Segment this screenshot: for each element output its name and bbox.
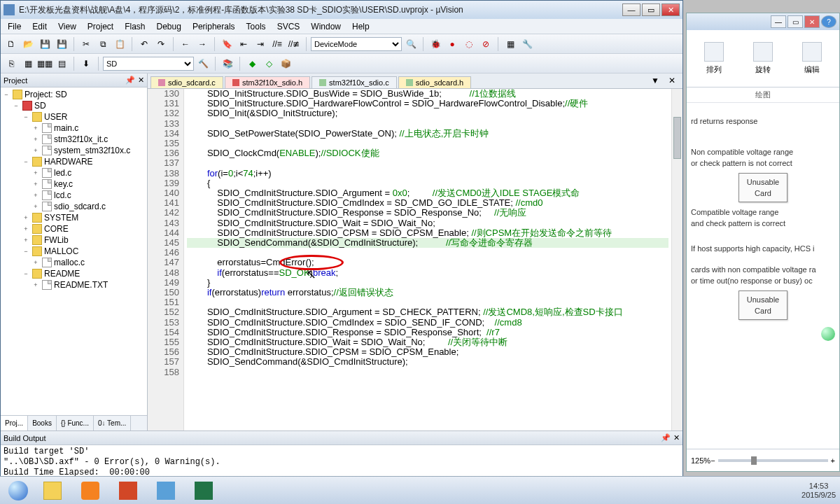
project-tree[interactable]: − Project: SD − SD −USER+main.c+stm32f10… (1, 88, 147, 415)
file-sdio_sdcard-c[interactable]: +sdio_sdcard.c (2, 201, 146, 212)
menu-help[interactable]: Help (346, 20, 375, 33)
menu-edit[interactable]: Edit (27, 20, 52, 33)
menu-window[interactable]: Window (305, 20, 346, 33)
panel-close-icon[interactable]: ✕ (673, 433, 680, 442)
comment-button[interactable]: //≡ (270, 36, 285, 52)
file-lcd-c[interactable]: +lcd.c (2, 190, 146, 201)
zoom-out-icon[interactable]: − (710, 456, 715, 465)
start-button[interactable] (4, 479, 32, 502)
flow-box-unusable-2[interactable]: Unusable Card (738, 290, 788, 320)
code-view[interactable]: 130 131 132 133 134 135 136 137 138 139 … (148, 89, 682, 430)
insert-file-button[interactable]: ◆ (244, 56, 260, 71)
batch-build-button[interactable]: ▤ (54, 56, 69, 71)
uncomment-button[interactable]: //≢ (286, 36, 302, 52)
help-icon[interactable]: ? (821, 15, 836, 28)
tab-sdio-sdcard-c[interactable]: sdio_sdcard.c (150, 76, 223, 88)
group-malloc[interactable]: −MALLOC (2, 246, 146, 257)
breakpoint-button[interactable]: ● (444, 36, 460, 52)
tool-rotate[interactable]: 旋转 (753, 42, 773, 75)
zoom-in-icon[interactable]: + (831, 456, 835, 465)
tab-functions[interactable]: {} Func... (57, 416, 94, 430)
close-button[interactable]: ✕ (662, 4, 680, 16)
pack-button[interactable]: 📦 (278, 56, 293, 71)
translate-button[interactable]: ⎘ (4, 56, 19, 71)
side-close-button[interactable]: ✕ (804, 15, 820, 28)
debug-button[interactable]: 🐞 (428, 36, 443, 52)
kill-bp-button[interactable]: ⊘ (478, 36, 493, 52)
task-app1[interactable] (73, 479, 108, 502)
group-fwlib[interactable]: +FWLib (2, 234, 146, 246)
group-core[interactable]: +CORE (2, 223, 146, 234)
file-led-c[interactable]: +led.c (2, 167, 146, 178)
tool-edit[interactable]: 编辑 (802, 42, 822, 75)
tool-arrange[interactable]: 排列 (704, 42, 724, 75)
manage-button[interactable]: 📚 (220, 56, 235, 71)
menu-project[interactable]: Project (82, 20, 119, 33)
tab-sdio-sdcard-h[interactable]: sdio_sdcard.h (398, 76, 472, 88)
build-button[interactable]: ▦ (20, 56, 36, 71)
file-key-c[interactable]: +key.c (2, 178, 146, 190)
menu-tools[interactable]: Tools (241, 20, 272, 33)
tab-books[interactable]: Books (28, 416, 57, 430)
project-root[interactable]: − Project: SD (2, 89, 146, 100)
menu-flash[interactable]: Flash (119, 20, 150, 33)
file-README-TXT[interactable]: +README.TXT (2, 279, 146, 290)
file-malloc-c[interactable]: +malloc.c (2, 257, 146, 268)
pin-icon[interactable]: 📌 (125, 76, 135, 85)
menu-file[interactable]: File (2, 20, 27, 33)
system-tray[interactable]: 14:53 2015/9/25 (802, 482, 836, 500)
side-maximize-button[interactable]: ▭ (788, 15, 803, 28)
tab-dropdown-button[interactable]: ▼ (648, 73, 663, 88)
save-button[interactable]: 💾 (37, 36, 52, 52)
copy-button[interactable]: ⧉ (95, 36, 111, 52)
saveall-button[interactable]: 💾 (54, 36, 69, 52)
tab-stm32f10x-sdio-h[interactable]: stm32f10x_sdio.h (225, 76, 310, 88)
code-body[interactable]: SDIO_InitStructure.SDIO_BusWide = SDIO_B… (184, 89, 671, 430)
file-main-c[interactable]: +main.c (2, 122, 146, 134)
panel-close-icon[interactable]: ✕ (138, 76, 144, 85)
clock[interactable]: 14:53 2015/9/25 (802, 482, 836, 500)
menu-peripherals[interactable]: Peripherals (187, 20, 241, 33)
paste-button[interactable]: 📋 (112, 36, 127, 52)
group-user[interactable]: −USER (2, 111, 146, 122)
target-combo[interactable]: SD (103, 57, 194, 71)
group-hardware[interactable]: −HARDWARE (2, 156, 146, 167)
assistant-orb-icon[interactable] (821, 327, 835, 341)
document-canvas[interactable]: rd returns response Non compatible volta… (687, 103, 839, 411)
minimize-button[interactable]: — (622, 4, 640, 16)
maximize-button[interactable]: ▭ (642, 4, 660, 16)
find-button[interactable]: 🔍 (403, 36, 419, 52)
zoom-slider[interactable]: − + (710, 456, 835, 465)
window-layout-button[interactable]: ▦ (503, 36, 518, 52)
disable-bp-button[interactable]: ◌ (461, 36, 477, 52)
download-button[interactable]: ⬇ (78, 56, 94, 71)
menu-view[interactable]: View (52, 20, 82, 33)
task-app2[interactable] (148, 479, 183, 502)
task-powerpoint[interactable] (111, 479, 146, 502)
undo-button[interactable]: ↶ (136, 36, 152, 52)
task-explorer[interactable] (35, 479, 70, 502)
device-mode-combo[interactable]: DeviceMode (311, 37, 402, 51)
redo-button[interactable]: ↷ (153, 36, 169, 52)
indent-left-button[interactable]: ⇤ (236, 36, 251, 52)
file-system_stm32f10x-c[interactable]: +system_stm32f10x.c (2, 145, 146, 156)
editor-scrollbar[interactable] (671, 89, 682, 430)
tab-project[interactable]: Proj... (1, 416, 28, 430)
group-readme[interactable]: −README (2, 268, 146, 279)
menu-debug[interactable]: Debug (151, 20, 187, 33)
menu-svcs[interactable]: SVCS (272, 20, 306, 33)
new-button[interactable]: 🗋 (4, 36, 19, 52)
target-node[interactable]: − SD (2, 100, 146, 111)
file-stm32f10x_it-c[interactable]: +stm32f10x_it.c (2, 134, 146, 145)
indent-right-button[interactable]: ⇥ (253, 36, 268, 52)
cut-button[interactable]: ✂ (78, 36, 94, 52)
tab-close-button[interactable]: ✕ (664, 73, 680, 88)
remove-file-button[interactable]: ◇ (261, 56, 276, 71)
bookmark-button[interactable]: 🔖 (219, 36, 234, 52)
flow-box-unusable[interactable]: Unusable Card (738, 173, 788, 202)
configure-button[interactable]: 🔧 (519, 36, 535, 52)
nav-back-button[interactable]: ← (178, 36, 193, 52)
pin-icon[interactable]: 📌 (661, 433, 671, 442)
tab-templates[interactable]: 0↓ Tem... (94, 416, 131, 430)
nav-fwd-button[interactable]: → (195, 36, 210, 52)
